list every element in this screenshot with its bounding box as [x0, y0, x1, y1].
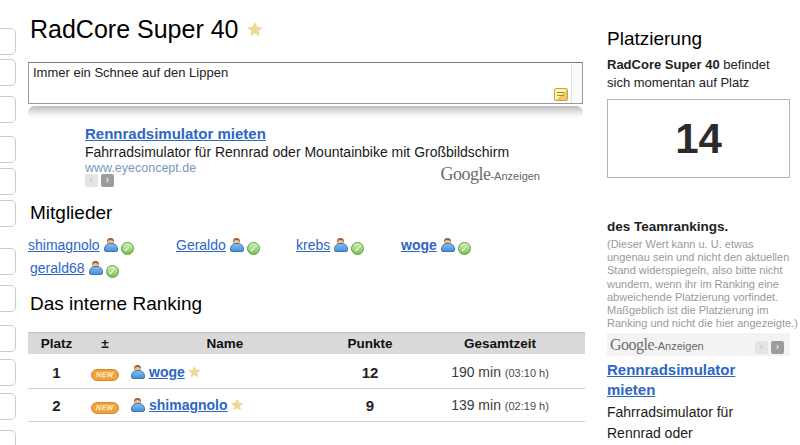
- team-star-icon: ★: [246, 19, 263, 40]
- google-ad-top: Rennradsimulator mieten Fahrradsimulator…: [85, 125, 540, 187]
- table-row: 2 NEW shimagnolo★ 9 139 min (02:19 h): [28, 389, 585, 422]
- ad-next-button[interactable]: ›: [101, 174, 114, 187]
- member-item: krebs✓: [296, 237, 364, 255]
- member-link-shimagnolo[interactable]: shimagnolo: [28, 237, 100, 253]
- team-rank-box: 14: [607, 99, 790, 178]
- name-cell: shimagnolo★: [125, 396, 325, 414]
- google-ad-sidebar-header: Google-Anzeigen ‹›: [607, 333, 790, 356]
- team-name: RadCore Super 40: [30, 15, 238, 43]
- ad-headline-link[interactable]: Rennradsimulator mieten: [85, 125, 540, 142]
- col-platz: Platz: [28, 336, 85, 351]
- name-cell: woge★: [125, 363, 325, 381]
- member-link-geraldo[interactable]: Geraldo: [176, 237, 226, 253]
- star-icon: ★: [188, 363, 201, 380]
- left-edge-cropped-box: [0, 285, 16, 312]
- new-badge: NEW: [91, 402, 119, 414]
- ad-description: Fahrradsimulator für Rennrad oder Mounta…: [85, 144, 540, 160]
- check-icon: ✓: [121, 242, 134, 255]
- left-edge-cropped-box: [0, 168, 16, 195]
- punkte-value: 9: [325, 397, 415, 414]
- person-icon: [131, 365, 144, 379]
- ad-pager: ‹›: [755, 336, 787, 354]
- left-edge-cropped-box: [0, 393, 16, 420]
- star-icon: ★: [231, 396, 244, 413]
- google-ad-sidebar: Rennradsimulator mieten Fahrradsimulator…: [607, 360, 770, 445]
- edit-note-icon[interactable]: [554, 88, 568, 101]
- table-header-row: Platz ± Name Punkte Gesamtzeit: [28, 332, 585, 356]
- check-icon: ✓: [247, 242, 260, 255]
- person-icon: [230, 238, 243, 252]
- left-edge-cropped-box: [0, 96, 16, 123]
- ad-pager: ‹›: [85, 169, 117, 187]
- platzierung-heading: Platzierung: [607, 28, 702, 50]
- status-textarea[interactable]: Immer ein Schnee auf den Lippen: [28, 62, 583, 104]
- placement-intro: RadCore Super 40 befindet sich momentan …: [607, 56, 792, 91]
- left-edge-cropped-box: [0, 325, 16, 352]
- check-icon: ✓: [351, 242, 364, 255]
- ad-prev-button[interactable]: ‹: [755, 341, 768, 354]
- col-name: Name: [125, 336, 325, 351]
- member-item: shimagnolo✓: [28, 237, 134, 255]
- google-logo: Google: [610, 336, 654, 353]
- left-edge-cropped-box: [0, 136, 16, 163]
- person-icon: [89, 261, 102, 275]
- member-link-gerald68[interactable]: gerald68: [30, 260, 85, 276]
- ad-headline-link[interactable]: Rennradsimulator mieten: [607, 360, 770, 399]
- ad-description: Fahrradsimulator für Rennrad oder Mounta…: [607, 402, 770, 445]
- google-logo: Google: [440, 164, 490, 184]
- members-heading: Mitglieder: [30, 202, 112, 224]
- platz-value: 2: [28, 397, 85, 414]
- textarea-scrollbar[interactable]: [571, 63, 582, 103]
- left-edge-cropped-box: [0, 200, 16, 227]
- table-row: 1 NEW woge★ 12 190 min (03:10 h): [28, 356, 585, 389]
- team-rank-number: 14: [675, 115, 722, 163]
- member-item: woge✓: [401, 237, 471, 255]
- left-edge-cropped-box: [0, 248, 16, 275]
- check-icon: ✓: [458, 242, 471, 255]
- platz-value: 1: [28, 364, 85, 381]
- member-link-krebs[interactable]: krebs: [296, 237, 330, 253]
- person-icon: [334, 238, 347, 252]
- punkte-value: 12: [325, 364, 415, 381]
- new-badge: NEW: [91, 369, 119, 381]
- google-anzeigen-label: Google-Anzeigen: [610, 336, 704, 354]
- check-icon: ✓: [106, 265, 119, 278]
- internal-ranking-table: Platz ± Name Punkte Gesamtzeit 1 NEW wog…: [28, 332, 585, 422]
- member-link-woge[interactable]: woge: [401, 237, 437, 253]
- person-icon: [104, 238, 117, 252]
- gesamtzeit-cell: 139 min (02:19 h): [415, 397, 585, 413]
- gesamtzeit-cell: 190 min (03:10 h): [415, 364, 585, 380]
- ranking-link-shimagnolo[interactable]: shimagnolo: [149, 397, 228, 413]
- left-edge-cropped-box: [0, 59, 16, 86]
- left-edge-cropped-box: [0, 359, 16, 386]
- ranking-heading: Das interne Ranking: [30, 293, 202, 315]
- ranking-link-woge[interactable]: woge: [149, 364, 185, 380]
- left-edge-cropped-box: [0, 430, 16, 445]
- member-item: gerald68✓: [30, 260, 119, 278]
- horizontal-scrollbar-track: [28, 106, 583, 119]
- col-change: ±: [85, 336, 125, 351]
- status-message: Immer ein Schnee auf den Lippen: [33, 65, 228, 80]
- page-title: RadCore Super 40★: [30, 15, 264, 44]
- ad-next-button[interactable]: ›: [771, 341, 784, 354]
- left-edge-cropped-box: [0, 28, 16, 55]
- col-gesamtzeit: Gesamtzeit: [415, 336, 585, 351]
- placement-outro: des Teamrankings.: [607, 219, 728, 234]
- page: RadCore Super 40★ Immer ein Schnee auf d…: [0, 0, 800, 445]
- change-cell: NEW: [85, 364, 125, 381]
- member-item: Geraldo✓: [176, 237, 260, 255]
- change-cell: NEW: [85, 397, 125, 414]
- ad-prev-button[interactable]: ‹: [85, 174, 98, 187]
- col-punkte: Punkte: [325, 336, 415, 351]
- placement-disclaimer: (Dieser Wert kann u. U. etwas ungenau se…: [607, 238, 799, 330]
- person-icon: [441, 238, 454, 252]
- google-anzeigen-label: Google-Anzeigen: [440, 164, 540, 185]
- person-icon: [131, 398, 144, 412]
